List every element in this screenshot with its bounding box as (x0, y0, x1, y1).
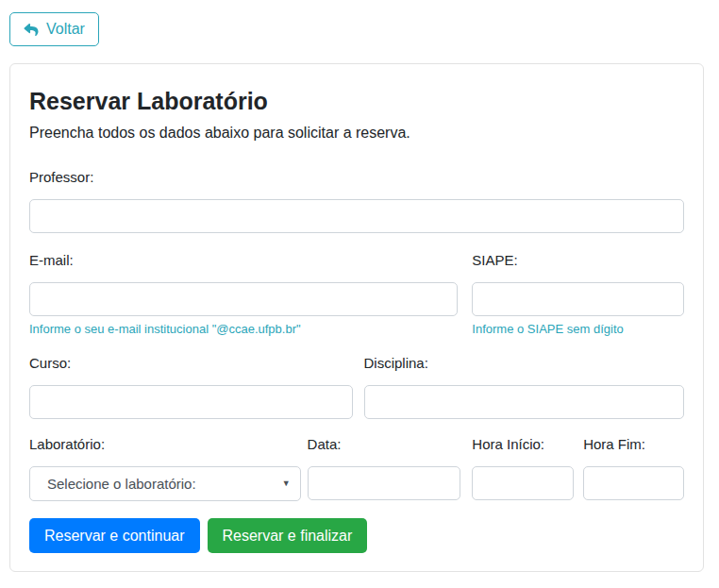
reserve-continue-button[interactable]: Reservar e continuar (29, 518, 200, 553)
disciplina-field-group: Disciplina: (364, 353, 685, 419)
email-field-group: E-mail: Informe o seu e-mail institucion… (29, 250, 458, 338)
professor-input[interactable] (29, 199, 684, 233)
back-button-label: Voltar (46, 21, 85, 38)
back-icon (24, 23, 39, 37)
disciplina-label: Disciplina: (364, 353, 685, 374)
page-subtitle: Preencha todos os dados abaixo para soli… (29, 123, 684, 143)
curso-field-group: Curso: (29, 353, 353, 419)
hora-fim-input[interactable] (583, 466, 684, 500)
back-button[interactable]: Voltar (9, 12, 99, 46)
reserve-finalize-button[interactable]: Reservar e finalizar (208, 518, 368, 553)
data-input[interactable] (308, 466, 461, 500)
data-label: Data: (308, 434, 461, 455)
email-help-text: Informe o seu e-mail institucional "@cca… (29, 321, 458, 338)
page-title: Reservar Laboratório (29, 87, 684, 115)
professor-label: Professor: (29, 167, 684, 188)
email-siape-row: E-mail: Informe o seu e-mail institucion… (29, 250, 684, 338)
curso-label: Curso: (29, 353, 353, 374)
hora-inicio-label: Hora Início: (472, 434, 574, 455)
email-label: E-mail: (29, 250, 458, 271)
hora-fim-field-group: Hora Fim: (583, 434, 684, 501)
laboratorio-field-group: Laboratório: Selecione o laboratório: ▼ (29, 434, 301, 501)
siape-label: SIAPE: (472, 250, 684, 271)
laboratorio-row: Laboratório: Selecione o laboratório: ▼ … (29, 434, 684, 501)
laboratorio-select[interactable]: Selecione o laboratório: (29, 466, 301, 501)
curso-disciplina-row: Curso: Disciplina: (29, 353, 684, 419)
curso-input[interactable] (29, 385, 353, 419)
actions-row: Reservar e continuar Reservar e finaliza… (29, 518, 684, 553)
disciplina-input[interactable] (364, 385, 685, 419)
hora-inicio-input[interactable] (472, 466, 574, 500)
professor-field-group: Professor: (29, 167, 684, 233)
siape-field-group: SIAPE: Informe o SIAPE sem dígito (472, 250, 684, 338)
siape-help-text: Informe o SIAPE sem dígito (472, 321, 684, 338)
email-input[interactable] (29, 282, 458, 316)
hora-fim-label: Hora Fim: (583, 434, 684, 455)
hora-inicio-field-group: Hora Início: (472, 434, 574, 501)
data-field-group: Data: (308, 434, 461, 501)
siape-input[interactable] (472, 282, 684, 316)
reservation-card: Reservar Laboratório Preencha todos os d… (9, 63, 704, 572)
laboratorio-label: Laboratório: (29, 434, 301, 455)
